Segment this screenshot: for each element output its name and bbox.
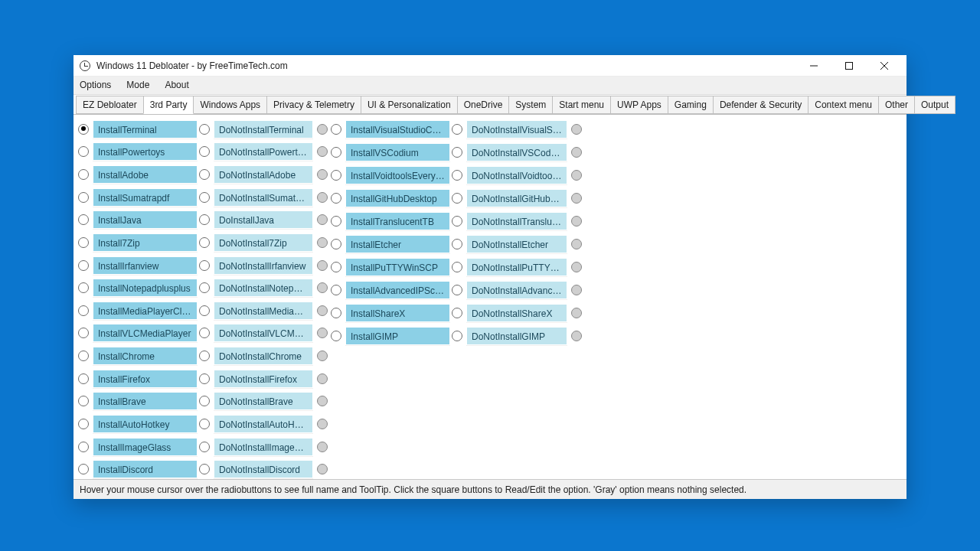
radio-gray[interactable] xyxy=(317,192,328,203)
option-chip[interactable]: DoNotInstallChrome xyxy=(214,347,313,365)
radio-gray[interactable] xyxy=(571,239,582,249)
radio-DoNotInstallPuTTYWinSCP[interactable] xyxy=(452,262,462,272)
radio-gray[interactable] xyxy=(571,262,582,272)
radio-InstallDiscord[interactable] xyxy=(78,464,89,474)
menu-mode[interactable]: Mode xyxy=(123,80,152,90)
option-chip[interactable]: DoNotInstallVisualStudioCode xyxy=(466,120,567,139)
radio-DoNotInstallShareX[interactable] xyxy=(452,308,462,318)
radio-gray[interactable] xyxy=(317,442,328,452)
radio-DoNotInstallVoidtoolsEverything[interactable] xyxy=(452,170,462,181)
tab-3rd-party[interactable]: 3rd Party xyxy=(143,96,194,114)
tab-ui-personalization[interactable]: UI & Personalization xyxy=(361,96,458,114)
option-chip[interactable]: InstallAdvancedIPScanner xyxy=(345,281,450,299)
radio-DoNotInstall7Zip[interactable] xyxy=(199,237,210,248)
radio-InstallFirefox[interactable] xyxy=(78,373,89,384)
radio-DoNotInstallTerminal[interactable] xyxy=(199,124,210,135)
option-chip[interactable]: DoNotInstallIrfanview xyxy=(214,256,313,275)
option-chip[interactable]: DoNotInstall7Zip xyxy=(214,233,313,252)
option-chip[interactable]: InstallVoidtoolsEverything xyxy=(345,166,450,184)
radio-InstallAutoHotkey[interactable] xyxy=(78,419,89,429)
radio-gray[interactable] xyxy=(317,214,328,225)
radio-InstallVoidtoolsEverything[interactable] xyxy=(331,170,341,181)
radio-DoNotInstallAdobe[interactable] xyxy=(199,169,210,180)
tab-gaming[interactable]: Gaming xyxy=(668,96,714,114)
radio-DoInstallJava[interactable] xyxy=(199,214,210,225)
radio-DoNotInstallMediaPlayerClassic[interactable] xyxy=(199,305,210,316)
menu-options[interactable]: Options xyxy=(77,80,114,90)
option-chip[interactable]: DoNotInstallGIMP xyxy=(466,327,567,345)
radio-InstallAdobe[interactable] xyxy=(78,169,89,180)
option-chip[interactable]: InstallAdobe xyxy=(93,165,198,184)
radio-InstallImageGlass[interactable] xyxy=(78,442,89,452)
tab-defender-security[interactable]: Defender & Security xyxy=(713,96,808,114)
option-chip[interactable]: DoNotInstallBrave xyxy=(214,392,313,410)
radio-DoNotInstallFirefox[interactable] xyxy=(199,373,210,384)
option-chip[interactable]: DoNotInstallFirefox xyxy=(214,370,313,388)
radio-gray[interactable] xyxy=(317,146,328,157)
radio-InstallAdvancedIPScanner[interactable] xyxy=(331,285,341,295)
option-chip[interactable]: DoNotInstallGitHubDesktop xyxy=(466,189,567,207)
radio-gray[interactable] xyxy=(571,124,582,135)
tab-privacy-telemetry[interactable]: Privacy & Telemetry xyxy=(266,96,361,114)
option-chip[interactable]: DoNotInstallPowertoys xyxy=(214,142,313,161)
radio-InstallBrave[interactable] xyxy=(78,396,89,406)
radio-DoNotInstallSumatrapdf[interactable] xyxy=(199,192,210,203)
radio-gray[interactable] xyxy=(571,170,582,181)
radio-gray[interactable] xyxy=(317,350,328,361)
radio-InstallGitHubDesktop[interactable] xyxy=(331,193,341,204)
radio-DoNotInstallVisualStudioCode[interactable] xyxy=(452,124,462,135)
radio-DoNotInstallDiscord[interactable] xyxy=(199,464,210,474)
radio-InstallPuTTYWinSCP[interactable] xyxy=(331,262,341,272)
radio-DoNotInstallAutoHotkey[interactable] xyxy=(199,419,210,429)
option-chip[interactable]: InstallVisualStudioCode xyxy=(345,120,450,139)
tab-output[interactable]: Output xyxy=(914,96,956,114)
radio-gray[interactable] xyxy=(571,216,582,227)
radio-DoNotInstallEtcher[interactable] xyxy=(452,239,462,249)
tab-context-menu[interactable]: Context menu xyxy=(808,96,879,114)
radio-gray[interactable] xyxy=(317,373,328,384)
radio-InstallChrome[interactable] xyxy=(78,350,89,361)
option-chip[interactable]: DoNotInstallTerminal xyxy=(214,120,313,139)
option-chip[interactable]: DoNotInstallAdobe xyxy=(214,165,313,184)
radio-InstallVSCodium[interactable] xyxy=(331,147,341,158)
tab-system[interactable]: System xyxy=(508,96,553,114)
radio-DoNotInstallImageGlass[interactable] xyxy=(199,442,210,452)
option-chip[interactable]: DoNotInstallShareX xyxy=(466,304,567,322)
option-chip[interactable]: DoNotInstallDiscord xyxy=(214,460,313,478)
tab-uwp-apps[interactable]: UWP Apps xyxy=(610,96,668,114)
radio-InstallVLCMediaPlayer[interactable] xyxy=(78,328,89,338)
radio-gray[interactable] xyxy=(571,193,582,204)
tab-onedrive[interactable]: OneDrive xyxy=(457,96,510,114)
radio-InstallEtcher[interactable] xyxy=(331,239,341,249)
option-chip[interactable]: InstallEtcher xyxy=(345,235,450,253)
radio-gray[interactable] xyxy=(317,260,328,271)
radio-DoNotInstallBrave[interactable] xyxy=(199,396,210,406)
option-chip[interactable]: InstallAutoHotkey xyxy=(93,415,198,433)
radio-InstallShareX[interactable] xyxy=(331,308,341,318)
option-chip[interactable]: InstallImageGlass xyxy=(93,438,198,456)
option-chip[interactable]: InstallPuTTYWinSCP xyxy=(345,258,450,276)
option-chip[interactable]: DoNotInstallVLCMediaPlayer xyxy=(214,324,313,342)
radio-gray[interactable] xyxy=(317,282,328,293)
radio-InstallIrfanview[interactable] xyxy=(78,260,89,271)
radio-InstallTerminal[interactable] xyxy=(78,124,89,135)
radio-gray[interactable] xyxy=(571,285,582,295)
option-chip[interactable]: InstallShareX xyxy=(345,304,450,322)
radio-DoNotInstallVSCodium[interactable] xyxy=(452,147,462,158)
option-chip[interactable]: InstallFirefox xyxy=(93,370,198,388)
radio-gray[interactable] xyxy=(317,464,328,474)
minimize-button[interactable] xyxy=(796,55,831,77)
radio-DoNotInstallAdvancedIPScanner[interactable] xyxy=(452,285,462,295)
option-chip[interactable]: DoNotInstallNotepadplusplus xyxy=(214,279,313,297)
option-chip[interactable]: DoNotInstallTranslucentTB xyxy=(466,212,567,230)
option-chip[interactable]: DoNotInstallAutoHotkey xyxy=(214,415,313,433)
menu-about[interactable]: About xyxy=(162,80,191,90)
option-chip[interactable]: InstallSumatrapdf xyxy=(93,188,198,207)
option-chip[interactable]: Install7Zip xyxy=(93,233,198,252)
option-chip[interactable]: DoNotInstallVoidtoolsEverything xyxy=(466,166,567,184)
option-chip[interactable]: InstallVLCMediaPlayer xyxy=(93,324,198,342)
radio-gray[interactable] xyxy=(317,419,328,429)
option-chip[interactable]: InstallJava xyxy=(93,210,198,229)
radio-DoNotInstallChrome[interactable] xyxy=(199,350,210,361)
radio-gray[interactable] xyxy=(571,331,582,341)
